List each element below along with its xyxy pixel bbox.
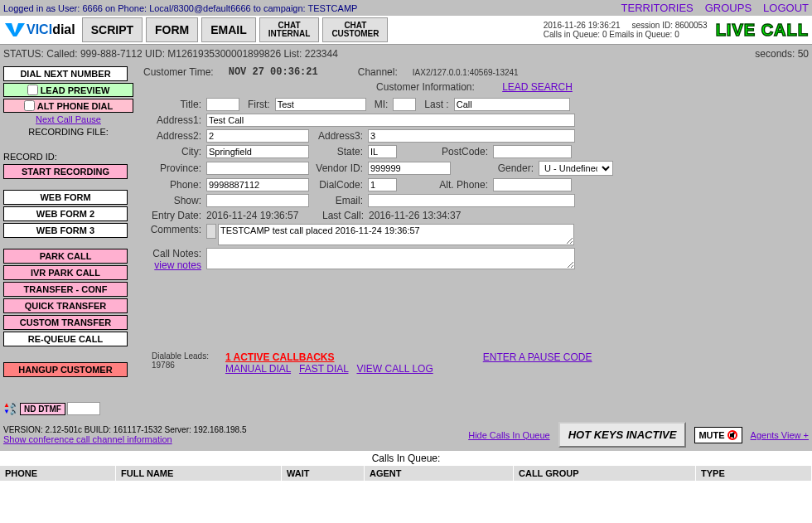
web-form-button[interactable]: WEB FORM <box>3 190 128 205</box>
tab-chat-customer[interactable]: CHATCUSTOMER <box>322 17 388 42</box>
content: Customer Time: NOV 27 00:36:21 Channel: … <box>137 63 812 419</box>
header: VICIdial SCRIPT FORM EMAIL CHATINTERNAL … <box>0 16 812 45</box>
mute-button[interactable]: MUTE <box>694 427 742 443</box>
channel-label: Channel: <box>358 66 398 78</box>
phone-field[interactable] <box>206 178 309 191</box>
bottom-links: Dialable Leads: 19786 1 ACTIVE CALLBACKS… <box>143 348 805 378</box>
alt-phone-toggle[interactable]: ALT PHONE DIAL <box>3 99 133 113</box>
tab-chat-internal[interactable]: CHATINTERNAL <box>259 17 320 42</box>
last-field[interactable] <box>454 98 570 111</box>
state-field[interactable] <box>368 145 397 158</box>
seconds-text: seconds: 50 <box>755 48 809 60</box>
conference-info-link[interactable]: Show conference call channel information <box>3 434 172 444</box>
address3-field[interactable] <box>368 129 575 143</box>
view-notes-link[interactable]: view notes <box>154 259 201 271</box>
callnotes-field[interactable] <box>206 248 575 269</box>
altphone-field[interactable] <box>493 178 572 191</box>
lead-search-link[interactable]: LEAD SEARCH <box>502 81 573 93</box>
dialcode-field[interactable] <box>368 178 397 191</box>
status-row: STATUS: Called: 999-888-7112 UID: M12619… <box>0 45 812 63</box>
last-call-value: 2016-11-26 13:34:37 <box>369 210 461 221</box>
manual-dial-link[interactable]: MANUAL DIAL <box>225 363 291 375</box>
fast-dial-link[interactable]: FAST DIAL <box>299 363 348 375</box>
dtmf-row: ▲🔊 ▼🔊 ND DTMF <box>3 402 133 415</box>
dtmf-input[interactable] <box>67 402 100 415</box>
gender-select[interactable]: U - Undefined <box>539 161 613 176</box>
view-call-log-link[interactable]: VIEW CALL LOG <box>356 363 433 375</box>
login-status: Logged in as User: 6666 on Phone: Local/… <box>3 3 357 13</box>
logo-text: VICIdial <box>27 22 75 37</box>
first-field[interactable] <box>275 98 366 111</box>
ivr-park-call-button[interactable]: IVR PARK CALL <box>3 265 128 280</box>
province-field[interactable] <box>206 162 309 175</box>
cust-info-label: Customer Information: <box>376 81 475 93</box>
mi-field[interactable] <box>393 98 416 111</box>
main: DIAL NEXT NUMBER LEAD PREVIEW ALT PHONE … <box>0 63 812 419</box>
dtmf-button[interactable]: ND DTMF <box>20 403 65 415</box>
groups-link[interactable]: GROUPS <box>705 2 752 14</box>
hangup-customer-button[interactable]: HANGUP CUSTOMER <box>3 362 128 377</box>
dialable-label: Dialable Leads: <box>152 351 209 361</box>
postcode-field[interactable] <box>493 145 572 158</box>
logout-link[interactable]: LOGOUT <box>763 2 809 14</box>
session-line1: 2016-11-26 19:36:21 session ID: 8600053 <box>544 21 708 30</box>
version-text: VERSION: 2.12-501c BUILD: 161117-1532 Se… <box>3 425 247 434</box>
queue-title: Calls In Queue: <box>0 451 812 466</box>
sidebar: DIAL NEXT NUMBER LEAD PREVIEW ALT PHONE … <box>0 63 137 419</box>
col-group: CALL GROUP <box>514 466 696 481</box>
mute-icon <box>727 429 738 441</box>
tab-form[interactable]: FORM <box>146 17 198 42</box>
col-name: FULL NAME <box>116 466 282 481</box>
dialable-value: 19786 <box>152 361 209 370</box>
svg-marker-0 <box>5 23 25 36</box>
email-field[interactable] <box>368 194 575 207</box>
channel-value: IAX2/127.0.0.1:40569-13241 <box>413 68 519 77</box>
session-line2: Calls in Queue: 0 Emails in Queue: 0 <box>544 30 708 39</box>
col-wait: WAIT <box>282 466 365 481</box>
tab-script[interactable]: SCRIPT <box>82 17 143 42</box>
queue-section: Calls In Queue: PHONE FULL NAME WAIT AGE… <box>0 451 812 522</box>
hotkeys-button[interactable]: HOT KEYS INACTIVE <box>558 422 687 448</box>
alt-phone-checkbox[interactable] <box>24 100 35 111</box>
lead-preview-toggle[interactable]: LEAD PREVIEW <box>3 83 133 97</box>
address1-field[interactable] <box>206 114 575 127</box>
top-links: TERRITORIES GROUPS LOGOUT <box>621 2 809 14</box>
tabs: SCRIPT FORM EMAIL CHATINTERNAL CHATCUSTO… <box>82 17 389 42</box>
hide-queue-link[interactable]: Hide Calls In Queue <box>468 430 549 440</box>
start-recording-button[interactable]: START RECORDING <box>3 164 128 179</box>
record-id-label: RECORD ID: <box>3 152 133 162</box>
title-field[interactable] <box>206 98 239 111</box>
requeue-call-button[interactable]: RE-QUEUE CALL <box>3 332 128 346</box>
transfer-conf-button[interactable]: TRANSFER - CONF <box>3 282 128 297</box>
volume-arrows[interactable]: ▲🔊 ▼🔊 <box>3 402 18 415</box>
cust-time-label: Customer Time: <box>143 66 214 78</box>
web-form-3-button[interactable]: WEB FORM 3 <box>3 223 128 238</box>
park-call-button[interactable]: PARK CALL <box>3 249 128 264</box>
city-field[interactable] <box>206 145 309 158</box>
dial-next-button[interactable]: DIAL NEXT NUMBER <box>3 66 128 81</box>
col-type: TYPE <box>696 466 812 481</box>
agents-view-link[interactable]: Agents View + <box>751 430 809 440</box>
comments-toggle-icon[interactable] <box>206 224 216 239</box>
top-bar: Logged in as User: 6666 on Phone: Local/… <box>0 0 812 16</box>
show-field[interactable] <box>206 194 309 207</box>
address2-field[interactable] <box>206 129 309 143</box>
session-info: 2016-11-26 19:36:21 session ID: 8600053 … <box>544 21 708 39</box>
recording-file-label: RECORDING FILE: <box>3 127 133 137</box>
logo: VICIdial <box>3 22 75 38</box>
pause-code-link[interactable]: ENTER A PAUSE CODE <box>483 351 592 363</box>
custom-transfer-button[interactable]: CUSTOM TRANSFER <box>3 315 128 330</box>
status-text: STATUS: Called: 999-888-7112 UID: M12619… <box>3 48 338 60</box>
vendor-field[interactable] <box>368 162 451 175</box>
queue-header: PHONE FULL NAME WAIT AGENT CALL GROUP TY… <box>0 466 812 481</box>
lead-preview-checkbox[interactable] <box>27 85 38 95</box>
tab-email[interactable]: EMAIL <box>201 17 256 42</box>
territories-link[interactable]: TERRITORIES <box>621 2 694 14</box>
comments-field[interactable]: TESTCAMP test call placed 2016-11-24 19:… <box>218 224 574 245</box>
web-form-2-button[interactable]: WEB FORM 2 <box>3 206 128 221</box>
next-call-pause-link[interactable]: Next Call Pause <box>3 114 133 124</box>
arrow-down-icon[interactable]: ▼🔊 <box>3 409 18 415</box>
quick-transfer-button[interactable]: QUICK TRANSFER <box>3 298 128 313</box>
cust-time-value: NOV 27 00:36:21 <box>229 66 318 78</box>
active-callbacks-link[interactable]: 1 ACTIVE CALLBACKS <box>225 351 335 363</box>
